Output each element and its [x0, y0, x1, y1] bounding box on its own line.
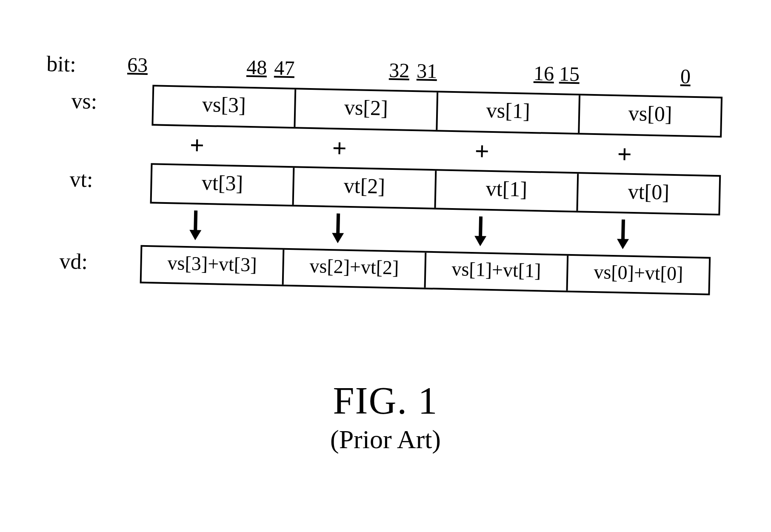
vt-cell-2: vt[2]: [294, 168, 437, 208]
register-diagram: bit: 63 48 47 32 31 16 15 0 vs: vs[3]: [42, 51, 723, 301]
plus-symbols: + + + +: [126, 131, 696, 168]
figure-number: FIG. 1: [0, 379, 771, 423]
vt-register-cells: vt[3] vt[2] vt[1] vt[0]: [150, 163, 721, 216]
vs-label: vs:: [46, 83, 152, 115]
vs-cell-3: vs[3]: [153, 86, 296, 126]
diagram-page: bit: 63 48 47 32 31 16 15 0 vs: vs[3]: [0, 0, 771, 532]
bit-32: 32: [389, 58, 410, 82]
vd-register: vs[3]+vt[3] vs[2]+vt[2] vs[1]+vt[1] vs[0…: [140, 245, 711, 295]
vd-cell-0: vs[0]+vt[0]: [568, 256, 709, 294]
bit-positions-inner: 63 48 47 32 31 16 15 0: [127, 53, 698, 90]
svg-line-0: [195, 210, 196, 232]
figure-caption: FIG. 1 (Prior Art): [0, 379, 771, 455]
bit-31: 31: [417, 59, 437, 83]
bit-63: 63: [127, 53, 148, 77]
arrow-symbols: [124, 209, 694, 251]
vs-row: vs: vs[3] vs[2] vs[1] vs[0]: [45, 83, 722, 137]
vt-cell-1: vt[1]: [436, 171, 579, 211]
bit-16: 16: [534, 61, 554, 85]
vt-row: vt: vt[3] vt[2] vt[1] vt[0]: [44, 160, 721, 215]
svg-line-4: [480, 216, 481, 237]
vs-register: vs[3] vs[2] vs[1] vs[0]: [151, 85, 722, 137]
bit-label: bit:: [46, 51, 128, 78]
svg-marker-3: [331, 233, 343, 243]
arrow-down-icon-2: [266, 212, 409, 245]
figure-subtitle: (Prior Art): [0, 424, 771, 455]
vd-register-cells: vs[3]+vt[3] vs[2]+vt[2] vs[1]+vt[1] vs[0…: [140, 245, 711, 295]
plus-label-spacer: [45, 129, 126, 131]
vt-label: vt:: [44, 160, 151, 193]
plus-icon-1: +: [411, 137, 554, 165]
svg-marker-1: [189, 230, 201, 240]
vt-cell-3: vt[3]: [152, 165, 295, 205]
arrow-row: [43, 207, 720, 251]
plus-icon-0: +: [553, 140, 696, 168]
arrow-down-icon-3: [124, 209, 267, 242]
vd-cell-2: vs[2]+vt[2]: [284, 250, 427, 288]
vs-cell-0: vs[0]: [580, 95, 721, 135]
bit-15: 15: [559, 62, 580, 86]
arrow-symbols-inner: [124, 209, 694, 251]
svg-marker-5: [474, 236, 486, 246]
bit-positions: 63 48 47 32 31 16 15 0: [127, 53, 698, 90]
arrow-label-spacer: [43, 207, 124, 209]
plus-symbols-inner: + + + +: [126, 131, 696, 168]
svg-line-2: [338, 213, 338, 235]
vd-cell-3: vs[3]+vt[3]: [142, 247, 285, 285]
vd-cell-1: vs[1]+vt[1]: [426, 253, 569, 291]
vs-register-cells: vs[3] vs[2] vs[1] vs[0]: [151, 85, 722, 137]
plus-icon-3: +: [126, 131, 268, 159]
vs-cell-2: vs[2]: [295, 89, 438, 129]
vd-row: vd: vs[3]+vt[3] vs[2]+vt[2] vs[1]+vt[1] …: [42, 243, 720, 295]
bit-47: 47: [274, 56, 295, 80]
vt-register: vt[3] vt[2] vt[1] vt[0]: [150, 163, 721, 216]
bit-48: 48: [246, 55, 267, 79]
vd-label: vd:: [42, 243, 140, 275]
plus-icon-2: +: [268, 134, 411, 162]
bit-0: 0: [680, 64, 691, 88]
vs-cell-1: vs[1]: [437, 92, 580, 132]
arrow-down-icon-1: [409, 215, 552, 248]
vt-cell-0: vt[0]: [578, 174, 719, 214]
arrow-down-icon-0: [551, 218, 694, 251]
svg-line-6: [623, 219, 623, 240]
svg-marker-7: [617, 239, 628, 249]
